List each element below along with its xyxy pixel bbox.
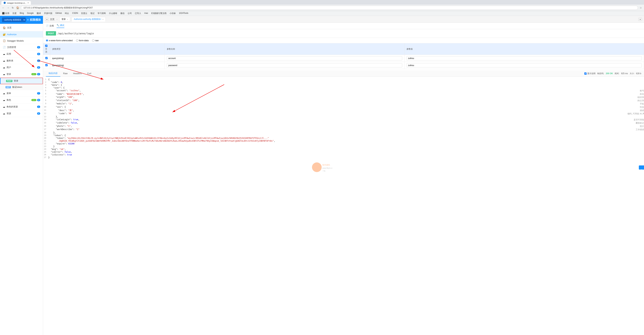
tab-authorize-close[interactable]: × [102, 18, 104, 20]
bookmark-translate[interactable]: 翻译 [36, 12, 42, 15]
badge-apply: 5 [37, 53, 40, 55]
radio-formdata[interactable]: form-data [76, 39, 89, 42]
sidebar-header: authority-权限模块 ≡ 权限模块 [0, 16, 43, 24]
radio-urlencoded[interactable]: x-www-form-urlencoded [46, 39, 72, 42]
bookmark-github[interactable]: GitHub [55, 12, 62, 15]
sidebar-item-resource[interactable]: ☁ 资源 6 [0, 110, 43, 117]
table-row: query(string) [43, 55, 644, 62]
response-size-label: 大小: [630, 72, 634, 75]
row2-checkbox[interactable] [45, 64, 48, 66]
badge-doc: 3 [37, 46, 40, 48]
select-all-checkbox[interactable] [45, 45, 48, 47]
row1-name-input[interactable] [167, 56, 402, 60]
sidebar-item-home[interactable]: 🏠 主页 [0, 24, 43, 31]
badge-resource: 6 [37, 112, 40, 115]
bookmark-csdn[interactable]: CSDN [72, 12, 79, 15]
login-icon: ☁ [3, 73, 5, 76]
resp-tab-headers[interactable]: Headers [70, 71, 84, 76]
badge-login: 2 [37, 73, 40, 76]
bookmark-baidu[interactable]: 百度 [12, 12, 17, 15]
row1-checkbox[interactable] [45, 57, 48, 59]
bookmark-gitee[interactable]: 码云 [64, 12, 70, 15]
refresh-btn[interactable]: ↻ [11, 6, 14, 10]
sidebar-item-service[interactable]: ☁ 服务表 6 [0, 58, 43, 64]
sidebar-item-apply[interactable]: ☁ 应用 5 [0, 51, 43, 58]
resp-tab-raw[interactable]: Raw [60, 71, 70, 76]
tab-debug[interactable]: 🔧 调试 [56, 24, 64, 28]
back-btn[interactable]: ← [2, 6, 5, 10]
home-btn[interactable]: 🏠 [16, 6, 20, 10]
breadcrumb-home[interactable]: 主页 [50, 18, 54, 21]
bookmark-es[interactable]: ES搜索引擎文档 [150, 12, 167, 15]
collapse-sidebar-btn[interactable]: « [45, 18, 49, 21]
code-line: 27 } [43, 156, 644, 159]
row2-name-input[interactable] [167, 63, 402, 68]
sidebar-label-swagger-models: Swagger Models [7, 40, 40, 42]
sidebar-sub-get-token[interactable]: GET 验证token [0, 84, 43, 90]
bookmark-company[interactable]: 公司 [127, 12, 132, 15]
expand-btn[interactable]: » [638, 18, 642, 21]
code-line: 2 "code": 0, [43, 81, 644, 84]
doc-icon: 📄 [3, 46, 6, 49]
code-line: 14 "isCanLogin": true, 是否可登陆 [43, 118, 644, 122]
module-select[interactable]: authority-权限模块 [2, 18, 26, 22]
code-line: 12 "code": "M" 编码,可用值:W,M [43, 112, 644, 116]
browser-navbar: ← → ↻ 🏠 ☆ [0, 5, 644, 11]
bookmark-google[interactable]: Google [26, 12, 34, 15]
address-bar[interactable] [21, 6, 638, 10]
tab-doc[interactable]: 📄 文档 [46, 24, 54, 28]
bookmark-1024[interactable]: 1024Tools [178, 12, 189, 15]
code-line: 23 } [43, 145, 644, 148]
role-icon: ☁ [3, 99, 5, 102]
browser-tab-active[interactable]: 🔵 swagger-bootstrap-ui... ✕ [2, 1, 31, 5]
bookmark-anything[interactable]: 什么都有 [108, 12, 118, 15]
bookmark-baiduyun[interactable]: 百度云 [80, 12, 88, 15]
bookmark-mac[interactable]: mac [144, 12, 149, 15]
show-desc-checkbox[interactable] [584, 72, 586, 75]
th-select-all: 全选 [43, 43, 50, 55]
sidebar-label-menu: 菜单 [6, 92, 37, 95]
sidebar-item-user[interactable]: ☁ 用户 9 [0, 64, 43, 71]
tab-authorize[interactable]: Authorize-authority-权限模块× × [72, 17, 106, 22]
code-line: 18 }, [43, 131, 644, 134]
code-line: 21 .DqDXZd_Y0iWkgYJt1OGh_puSkB7Q21WmYkH9… [43, 140, 644, 142]
bookmark-btn[interactable]: ☆ [639, 6, 642, 10]
sidebar-label-apply: 应用 [6, 52, 37, 56]
bookmark-study[interactable]: 学习资料 [97, 12, 106, 15]
bookmark-note[interactable]: 笔记 [90, 12, 95, 15]
bookmark-goal[interactable]: 小目标 [169, 12, 176, 15]
bookmark-apps[interactable]: ⬛ 应用 [2, 12, 10, 15]
method-post-badge: POST [6, 80, 12, 82]
sidebar-sub-post-login[interactable]: POST 登录 [0, 78, 43, 84]
sidebar-item-doc-manage[interactable]: 📄 文档管理 3 [0, 44, 43, 51]
sidebar-item-authorize[interactable]: 🔐 Authorize [0, 31, 43, 38]
tab-close-btn[interactable]: ✕ [28, 2, 29, 4]
radio-raw[interactable]: raw [92, 39, 99, 42]
code-line: 7 "orgId": "100", 组织ID [43, 96, 644, 99]
forward-btn[interactable]: → [6, 6, 10, 10]
resp-tab-curl[interactable]: Curl [84, 71, 94, 76]
bookmark-opensource[interactable]: 开源中国 [43, 12, 53, 15]
row1-type: query(string) [50, 55, 165, 62]
sidebar-item-swagger-models[interactable]: 📋 Swagger Models [0, 38, 43, 44]
sidebar-item-login[interactable]: ☁ 登录 NEW 2 [0, 71, 43, 78]
bookmark-import[interactable]: 已导入 [134, 12, 142, 15]
resp-tab-content[interactable]: 响应内容 [46, 70, 60, 76]
authorize-icon: 🔐 [3, 33, 6, 36]
sidebar-item-role-resource[interactable]: ☁ 角色的资源 1 [0, 104, 43, 110]
row1-value-input[interactable] [406, 56, 642, 60]
send-button[interactable]: 发送 [639, 166, 644, 170]
sidebar-item-menu[interactable]: ☁ 菜单 7 [0, 90, 43, 97]
sidebar-item-role[interactable]: ☁ 角色 NEW 8 [0, 97, 43, 104]
row2-value-input[interactable] [406, 63, 642, 68]
show-desc-checkbox-label[interactable]: 显示说明 [584, 72, 596, 75]
hamburger-icon: ≡ [27, 18, 29, 22]
code-line: 13 }, [43, 116, 644, 118]
bookmark-wechat[interactable]: 微信 [120, 12, 125, 15]
sidebar-sub-login: POST 登录 GET 验证token [0, 78, 43, 90]
tab-login-close[interactable]: × [67, 18, 68, 20]
tab-login[interactable]: 登录 × [59, 17, 70, 22]
row1-value-cell [404, 55, 644, 62]
bookmark-bing[interactable]: Bing [19, 12, 24, 15]
select-all-label: 全选 [45, 48, 47, 53]
